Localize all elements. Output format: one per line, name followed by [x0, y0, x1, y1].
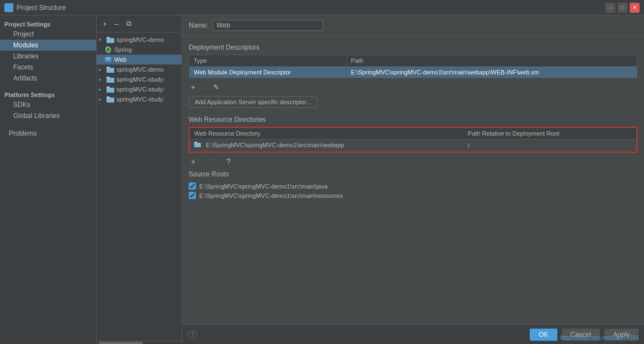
- tree-item-springmvc-demo[interactable]: ▾ springMVC-demo: [97, 35, 182, 45]
- chevron-down-icon: ▾: [99, 37, 104, 42]
- source-root-path-1: E:\SpringMVC\springMVC-demo1\src\main\re…: [199, 192, 343, 199]
- source-root-checkbox-1[interactable]: [189, 192, 196, 199]
- dd-col-path: Path: [346, 55, 637, 67]
- bottom-left: ?: [188, 330, 198, 340]
- list-item: E:\SpringMVC\springMVC-demo1\src\main\ja…: [189, 181, 637, 191]
- platform-settings-section: Platform Settings: [0, 88, 96, 99]
- sidebar-item-modules[interactable]: Modules: [0, 40, 96, 51]
- wrd-mini-toolbar: + – ✎ ?: [189, 156, 637, 167]
- tree-item-springmvc-study2-label: springMVC-study:: [116, 86, 164, 93]
- tree-item-springmvc-demo2-label: springMVC-demo: [116, 66, 164, 73]
- svg-rect-4: [107, 38, 114, 43]
- tree-remove-button[interactable]: –: [112, 18, 121, 30]
- main-layout: Project Settings Project Modules Librari…: [0, 15, 644, 344]
- chevron-right-icon-2: ▸: [99, 77, 104, 82]
- svg-rect-20: [194, 142, 197, 143]
- svg-rect-11: [107, 68, 114, 73]
- chevron-right-icon: ▸: [99, 67, 104, 72]
- content-body: Deployment Descriptors Type Path Web Mod…: [182, 36, 644, 324]
- sidebar-item-global-libraries[interactable]: Global Libraries: [0, 110, 96, 121]
- tree-item-springmvc-demo2[interactable]: ▸ springMVC-demo: [97, 64, 182, 74]
- tree-item-springmvc-study1-label: springMVC-study:: [116, 76, 164, 83]
- sidebar-item-project[interactable]: Project: [0, 29, 96, 40]
- sidebar-item-facets-label: Facets: [13, 63, 33, 71]
- dd-table: Type Path Web Module Deployment Descript…: [189, 55, 637, 78]
- tree-item-web[interactable]: Web: [97, 55, 182, 64]
- sidebar: Project Settings Project Modules Librari…: [0, 15, 97, 344]
- svg-rect-10: [106, 59, 109, 60]
- wrd-remove-button[interactable]: –: [200, 156, 209, 167]
- add-server-button[interactable]: Add Application Server specific descript…: [189, 96, 317, 108]
- chevron-right-icon-3: ▸: [99, 87, 104, 92]
- svg-rect-12: [107, 67, 110, 68]
- tree-item-springmvc-study1[interactable]: ▸ springMVC-study:: [97, 74, 182, 84]
- sidebar-item-artifacts[interactable]: Artifacts: [0, 73, 96, 84]
- source-root-path-0: E:\SpringMVC\springMVC-demo1\src\main\ja…: [199, 183, 327, 190]
- wrd-edit-button[interactable]: ✎: [211, 156, 222, 167]
- list-item: E:\SpringMVC\springMVC-demo1\src\main\re…: [189, 191, 637, 200]
- sidebar-item-problems-label: Problems: [9, 130, 37, 137]
- svg-rect-16: [107, 87, 110, 88]
- svg-rect-3: [9, 8, 12, 10]
- folder-icon-3: [107, 76, 114, 83]
- deployment-descriptors-title: Deployment Descriptors: [189, 44, 637, 51]
- chevron-right-icon-4: ▸: [99, 96, 104, 102]
- dd-add-button[interactable]: +: [189, 82, 198, 93]
- source-roots: E:\SpringMVC\springMVC-demo1\src\main\ja…: [189, 181, 637, 200]
- wrd-table: Web Resource Directory Path Relative to …: [190, 128, 636, 152]
- svg-rect-17: [107, 98, 114, 103]
- wrd-col-directory: Web Resource Directory: [190, 128, 464, 139]
- dd-row-path: E:\SpringMVC\springMVC-demo1\src\main\we…: [346, 67, 637, 78]
- wrd-help-button[interactable]: ?: [224, 156, 233, 167]
- tree-item-springmvc-study3[interactable]: ▸ springMVC-study:: [97, 94, 182, 104]
- tree-toolbar: + – ⧉: [97, 15, 182, 33]
- tree-item-springmvc-study2[interactable]: ▸ springMVC-study:: [97, 84, 182, 94]
- source-root-checkbox-0[interactable]: [189, 182, 196, 190]
- table-row[interactable]: E:\SpringMVC\springMVC-demo1\src\main\we…: [190, 139, 636, 152]
- sidebar-item-artifacts-label: Artifacts: [13, 74, 37, 82]
- sidebar-item-facets[interactable]: Facets: [0, 62, 96, 73]
- maximize-button[interactable]: □: [618, 3, 627, 13]
- wrd-row-relative-path: /: [464, 139, 636, 152]
- wrd-row-directory: E:\SpringMVC\springMVC-demo1\src\main\we…: [190, 139, 464, 152]
- close-button[interactable]: ✕: [630, 3, 640, 13]
- wrd-table-wrapper: Web Resource Directory Path Relative to …: [189, 127, 637, 153]
- project-settings-section: Project Settings: [0, 18, 96, 29]
- title-bar: Project Structure – □ ✕: [0, 0, 644, 15]
- source-roots-title: Source Roots: [189, 170, 637, 178]
- tree-item-web-label: Web: [114, 56, 126, 63]
- sidebar-item-modules-label: Modules: [13, 41, 38, 49]
- ok-button[interactable]: OK: [530, 329, 557, 341]
- sidebar-item-problems[interactable]: Problems: [0, 128, 96, 139]
- dd-edit-button[interactable]: ✎: [211, 82, 222, 93]
- dd-col-type: Type: [189, 55, 347, 67]
- spring-icon: [104, 46, 112, 53]
- name-input[interactable]: [212, 20, 323, 31]
- svg-rect-13: [107, 78, 114, 83]
- content-header: Name:: [182, 15, 644, 36]
- svg-rect-5: [107, 37, 110, 39]
- web-resource-title: Web Resource Directories: [189, 116, 637, 123]
- bottom-bar: ? OK Cancel Apply: [182, 324, 644, 344]
- dd-remove-button[interactable]: –: [200, 82, 209, 93]
- table-row[interactable]: Web Module Deployment Descriptor E:\Spri…: [189, 67, 637, 78]
- window-title: Project Structure: [17, 4, 66, 12]
- sidebar-item-sdks[interactable]: SDKs: [0, 99, 96, 110]
- web-icon: [104, 56, 112, 63]
- sidebar-item-libraries[interactable]: Libraries: [0, 51, 96, 62]
- help-button[interactable]: ?: [188, 330, 198, 340]
- dd-mini-toolbar: + – ✎: [189, 82, 637, 93]
- wrd-add-button[interactable]: +: [189, 156, 198, 167]
- svg-rect-2: [6, 8, 8, 10]
- content-panel: Name: Deployment Descriptors Type Path W…: [182, 15, 644, 344]
- sidebar-item-global-libraries-label: Global Libraries: [13, 112, 60, 120]
- svg-rect-1: [9, 5, 12, 7]
- name-label: Name:: [189, 22, 208, 29]
- tree-item-spring[interactable]: Spring: [97, 45, 182, 55]
- tree-copy-button[interactable]: ⧉: [124, 18, 134, 30]
- tree-add-button[interactable]: +: [100, 18, 110, 30]
- tree-scrollbar[interactable]: [97, 341, 182, 344]
- tree-panel: + – ⧉ ▾ springMVC-demo: [97, 15, 182, 344]
- svg-rect-0: [6, 5, 8, 7]
- minimize-button[interactable]: –: [605, 3, 615, 13]
